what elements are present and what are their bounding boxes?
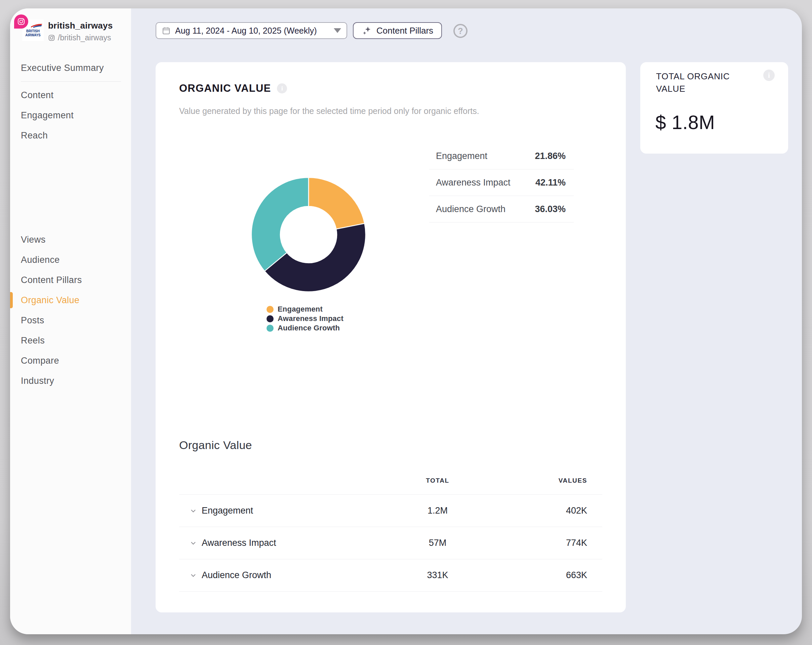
sidebar-item-organic-value[interactable]: Organic Value: [10, 290, 131, 310]
sidebar-item-label: Reach: [21, 130, 48, 141]
total-organic-value-card: TOTAL ORGANIC VALUE i $ 1.8M: [640, 62, 788, 154]
sidebar-item-label: Reels: [21, 335, 45, 346]
table-body: Engagement 1.2M 402K Awareness Impact 57…: [179, 494, 602, 592]
stat-label: Awareness Impact: [436, 177, 511, 188]
calendar-icon: [162, 26, 171, 35]
legend-dot-audience-growth: [267, 325, 273, 332]
sidebar-item-compare[interactable]: Compare: [10, 350, 131, 371]
sidebar-item-reels[interactable]: Reels: [10, 330, 131, 350]
stat-value: 42.11%: [536, 177, 566, 188]
donut-slice-engagement[interactable]: [308, 177, 365, 229]
sidebar-item-label: Posts: [21, 315, 44, 326]
sidebar-item-label: Audience: [21, 255, 60, 265]
sidebar-item-posts[interactable]: Posts: [10, 310, 131, 330]
stat-row-engagement: Engagement 21.86%: [429, 143, 574, 170]
table-title: Organic Value: [179, 439, 602, 452]
sidebar: BRITISH AIRWAYS british_airways /british…: [10, 8, 131, 634]
stat-row-audience-growth: Audience Growth 36.03%: [429, 196, 574, 223]
date-range-picker[interactable]: Aug 11, 2024 - Aug 10, 2025 (Weekly): [156, 22, 347, 39]
stat-label: Engagement: [436, 151, 487, 161]
sidebar-item-label: Engagement: [21, 110, 73, 121]
sidebar-spacer: [10, 145, 131, 229]
organic-value-card: ORGANIC VALUE i Value generated by this …: [156, 62, 626, 612]
sidebar-item-views[interactable]: Views: [10, 229, 131, 250]
organic-value-donut-chart[interactable]: [251, 177, 366, 292]
donut-slice-audience-growth[interactable]: [252, 177, 308, 271]
chevron-down-icon[interactable]: [189, 507, 197, 515]
content-pillars-button[interactable]: Content Pillars: [353, 22, 442, 39]
stat-value: 21.86%: [535, 151, 566, 161]
account-header: BRITISH AIRWAYS british_airways /british…: [10, 8, 131, 55]
stat-row-awareness-impact: Awareness Impact 42.11%: [429, 170, 574, 196]
account-handle: /british_airways: [48, 33, 111, 42]
date-range-text: Aug 11, 2024 - Aug 10, 2025 (Weekly): [175, 26, 317, 36]
sidebar-item-reach[interactable]: Reach: [10, 125, 131, 145]
chevron-down-icon[interactable]: [189, 572, 197, 579]
row-label: Engagement: [201, 506, 253, 516]
organic-value-table-section: Organic Value TOTAL VALUES Engagement 1.…: [179, 439, 602, 592]
sidebar-item-label: Content: [21, 90, 53, 101]
total-organic-value-amount: $ 1.8M: [655, 111, 715, 133]
cell-values: 663K: [488, 570, 602, 581]
legend-dot-engagement: [267, 306, 273, 313]
sidebar-item-engagement[interactable]: Engagement: [10, 105, 131, 125]
sidebar-item-label: Compare: [21, 356, 59, 366]
table-row-engagement[interactable]: Engagement 1.2M 402K: [179, 495, 602, 527]
chevron-down-icon: [334, 28, 341, 33]
info-icon[interactable]: i: [277, 83, 287, 93]
content-pillars-label: Content Pillars: [376, 26, 433, 36]
row-label: Audience Growth: [201, 570, 271, 581]
svg-text:BRITISH: BRITISH: [26, 29, 40, 33]
legend-label: Engagement: [278, 305, 323, 313]
chevron-down-icon[interactable]: [189, 539, 197, 547]
account-handle-text: /british_airways: [58, 33, 111, 42]
account-name: british_airways: [48, 20, 113, 31]
cell-total: 1.2M: [387, 506, 488, 516]
instagram-network-badge: [14, 14, 28, 29]
column-header-values: VALUES: [488, 477, 602, 485]
organic-value-description: Value generated by this page for the sel…: [179, 106, 479, 116]
sidebar-item-industry[interactable]: Industry: [10, 371, 131, 391]
question-mark-icon: ?: [458, 26, 463, 36]
sidebar-item-label: Executive Summary: [21, 63, 104, 73]
instagram-icon: [17, 17, 25, 26]
legend-item-awareness-impact: Awareness Impact: [267, 315, 343, 322]
info-icon[interactable]: i: [763, 70, 775, 81]
column-header-total: TOTAL: [387, 477, 488, 485]
organic-value-title: ORGANIC VALUE: [179, 83, 271, 95]
stat-value: 36.03%: [535, 204, 566, 214]
table-row-audience-growth[interactable]: Audience Growth 331K 663K: [179, 559, 602, 592]
sidebar-item-audience[interactable]: Audience: [10, 250, 131, 270]
organic-value-donut-wrapper: [251, 177, 366, 292]
sidebar-item-executive-summary[interactable]: Executive Summary: [10, 58, 131, 78]
sidebar-item-label: Views: [21, 235, 46, 245]
total-organic-value-title: TOTAL ORGANIC VALUE: [656, 70, 743, 95]
table-row-awareness-impact[interactable]: Awareness Impact 57M 774K: [179, 527, 602, 559]
row-label: Awareness Impact: [201, 538, 276, 548]
instagram-icon-small: [48, 34, 55, 41]
cell-total: 57M: [387, 538, 488, 548]
legend-label: Awareness Impact: [278, 314, 343, 323]
sidebar-item-label: Organic Value: [21, 295, 79, 306]
legend-item-engagement: Engagement: [267, 306, 343, 313]
sidebar-item-content[interactable]: Content: [10, 85, 131, 105]
help-button[interactable]: ?: [453, 24, 467, 38]
sidebar-item-content-pillars[interactable]: Content Pillars: [10, 270, 131, 290]
cell-values: 402K: [488, 506, 602, 516]
sidebar-item-label: Industry: [21, 376, 54, 386]
legend-label: Audience Growth: [278, 324, 340, 332]
sidebar-divider: [21, 81, 121, 82]
app-window: BRITISH AIRWAYS british_airways /british…: [10, 8, 802, 634]
svg-text:AIRWAYS: AIRWAYS: [25, 33, 41, 37]
cell-values: 774K: [488, 538, 602, 548]
cell-total: 331K: [387, 570, 488, 581]
legend-dot-awareness-impact: [267, 315, 273, 322]
stat-label: Audience Growth: [436, 204, 505, 214]
percentage-stats-list: Engagement 21.86% Awareness Impact 42.11…: [429, 143, 574, 223]
sidebar-item-label: Content Pillars: [21, 275, 82, 285]
organic-value-header: ORGANIC VALUE i: [179, 83, 287, 95]
table-header-row: TOTAL VALUES: [179, 477, 602, 485]
sparkles-icon: [362, 26, 372, 36]
donut-legend: Engagement Awareness Impact Audience Gro…: [267, 306, 343, 332]
sidebar-nav: Executive Summary Content Engagement Rea…: [10, 58, 131, 391]
